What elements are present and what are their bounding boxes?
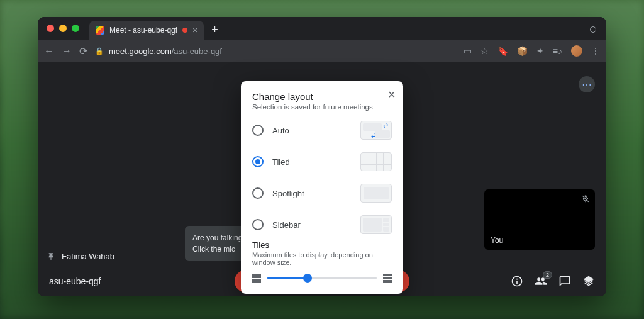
browser-menu-button[interactable]: ⋮ — [591, 46, 600, 56]
tiles-section: Tiles Maximum tiles to display, dependin… — [252, 240, 392, 283]
tiles-heading: Tiles — [252, 240, 392, 250]
option-label: Tiled — [272, 157, 352, 167]
browser-window: Meet - asu-eube-qgf × + ← → ⟳ 🔒 meet.goo… — [38, 17, 606, 296]
url-path: /asu-eube-qgf — [172, 47, 222, 56]
account-circle-icon[interactable] — [590, 26, 596, 33]
lock-icon: 🔒 — [95, 47, 104, 55]
new-tab-button[interactable]: + — [211, 23, 218, 36]
meeting-code: asu-eube-qgf — [49, 276, 101, 286]
option-label: Auto — [272, 126, 352, 135]
playlist-icon[interactable]: ≡♪ — [553, 46, 562, 56]
more-options-button[interactable]: ⋯ — [579, 76, 595, 92]
minimize-window-button[interactable] — [59, 25, 67, 32]
address-bar[interactable]: 🔒 meet.google.com/asu-eube-qgf — [95, 47, 456, 56]
reload-button[interactable]: ⟳ — [79, 45, 87, 57]
layout-option-sidebar[interactable]: Sidebar — [252, 215, 392, 234]
meet-content: ⋯ You Fatima Wahab Are you talking Click… — [38, 62, 606, 296]
layout-options: Auto ⇄⇄ Tiled Spotlight Sidebar — [252, 121, 392, 234]
tab-strip: Meet - asu-eube-qgf × + — [38, 17, 606, 40]
bookmark-star-icon[interactable]: ☆ — [480, 46, 489, 56]
window-controls — [47, 25, 79, 32]
layout-thumb-auto: ⇄⇄ — [360, 121, 392, 140]
fewer-tiles-icon — [252, 274, 261, 283]
layout-option-tiled[interactable]: Tiled — [252, 152, 392, 171]
radio-selected-icon — [252, 156, 264, 167]
radio-icon — [252, 187, 264, 199]
participants-button[interactable]: 2 — [535, 275, 547, 288]
tab-title: Meet - asu-eube-qgf — [109, 26, 177, 35]
recording-indicator-icon — [182, 28, 187, 33]
participant-count-badge: 2 — [543, 271, 552, 279]
dialog-close-button[interactable]: ✕ — [387, 89, 396, 101]
url-host: meet.google.com — [109, 47, 172, 56]
browser-toolbar: ← → ⟳ 🔒 meet.google.com/asu-eube-qgf ▭ ☆… — [38, 40, 606, 62]
close-window-button[interactable] — [47, 25, 54, 32]
meeting-details-button[interactable] — [511, 275, 523, 288]
more-tiles-icon — [383, 274, 392, 283]
pin-icon — [47, 252, 55, 261]
self-video-tile[interactable]: You — [484, 189, 595, 250]
extensions-puzzle-icon[interactable]: ✦ — [536, 46, 544, 56]
radio-icon — [252, 219, 264, 230]
profile-avatar[interactable] — [571, 45, 582, 57]
tiles-slider[interactable] — [267, 277, 377, 279]
box-extension-icon[interactable]: 📦 — [517, 46, 528, 56]
toolbar-extensions: ▭ ☆ 🔖 📦 ✦ ≡♪ ⋮ — [464, 45, 600, 57]
option-label: Spotlight — [272, 189, 352, 198]
self-tile-label: You — [491, 236, 503, 245]
layout-option-auto[interactable]: Auto ⇄⇄ — [252, 121, 392, 140]
option-label: Sidebar — [272, 220, 352, 230]
back-button[interactable]: ← — [44, 45, 54, 57]
dialog-subtitle: Selection is saved for future meetings — [252, 103, 392, 111]
pinned-name: Fatima Wahab — [62, 252, 114, 261]
browser-tab[interactable]: Meet - asu-eube-qgf × — [89, 21, 204, 40]
chat-button[interactable] — [558, 275, 571, 288]
pinned-participant: Fatima Wahab — [47, 252, 114, 261]
layout-thumb-spotlight — [360, 184, 392, 203]
layout-thumb-tiled — [360, 152, 392, 171]
tab-close-button[interactable]: × — [192, 26, 197, 35]
dialog-title: Change layout — [252, 91, 392, 102]
tiles-description: Maximum tiles to display, depending on w… — [252, 251, 392, 266]
forward-button[interactable]: → — [62, 45, 72, 57]
activities-button[interactable] — [582, 275, 595, 288]
cast-icon[interactable]: ▭ — [464, 46, 472, 56]
tag-extension-icon[interactable]: 🔖 — [497, 46, 508, 56]
layout-option-spotlight[interactable]: Spotlight — [252, 184, 392, 203]
radio-icon — [252, 125, 264, 136]
meet-favicon-icon — [96, 26, 104, 35]
layout-thumb-sidebar — [360, 215, 392, 234]
change-layout-dialog: ✕ Change layout Selection is saved for f… — [241, 81, 403, 294]
bottom-right-info: 2 — [511, 275, 595, 288]
mic-muted-icon — [581, 194, 590, 203]
maximize-window-button[interactable] — [72, 25, 79, 32]
